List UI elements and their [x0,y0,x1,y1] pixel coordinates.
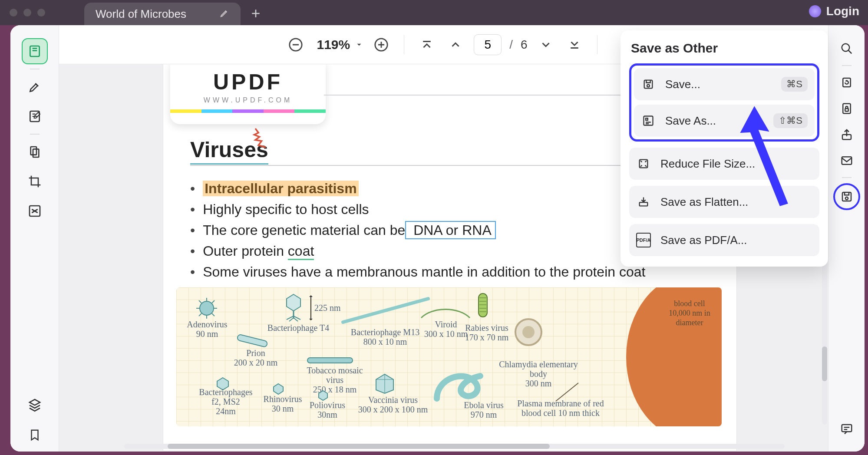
right-sidebar [828,25,865,452]
zoom-out-button[interactable] [285,34,306,55]
rabies-label: Rabies virus170 x 70 nm [459,323,515,342]
zoom-dropdown[interactable]: 119% [314,37,363,52]
sidebar-crop[interactable] [22,168,48,195]
share-icon [840,128,853,141]
tmv-label: Tobacco mosaic virus250 x 18 nm [298,366,372,394]
svg-marker-33 [309,319,313,320]
adenovirus-shape [194,295,220,321]
brand-logo: UPDF [170,69,326,95]
boxed-annotation[interactable]: DNA or RNA [405,221,495,239]
svg-rect-54 [646,118,648,120]
protect-button[interactable] [835,97,858,120]
cell-label: blood cell 10,000 nm in diameter [663,299,716,327]
minimize-icon[interactable] [23,9,31,16]
next-page-button[interactable] [535,34,556,55]
sidebar-layers[interactable] [22,396,48,413]
prev-page-button[interactable] [445,34,466,55]
sidebar-organize[interactable] [22,139,48,165]
bphage-label: Bacteriophages f2, MS2 24nm [195,387,256,416]
search-button[interactable] [835,37,858,60]
sidebar-edit[interactable] [22,103,48,129]
last-page-button[interactable] [564,34,585,55]
share-button[interactable] [835,123,858,146]
convert-button[interactable] [835,71,858,94]
rabies-shape [474,291,492,321]
rhino-shape [272,383,285,394]
page-input[interactable] [474,34,502,55]
panel-title: Save as Other [631,41,818,56]
h-thumb[interactable] [168,444,550,449]
lock-file-icon [840,102,853,115]
comment-icon [840,422,853,435]
close-icon[interactable] [10,9,17,16]
separator [404,35,404,54]
opt-save[interactable]: Save... ⌘S [634,68,815,100]
bullet-list: Intracellular parasitism Highly specific… [190,178,645,282]
zoom-value: 119% [314,37,353,52]
scale-bar [307,295,315,320]
pencil-icon[interactable] [220,7,229,21]
window-controls[interactable] [0,9,45,16]
virus-diagram: blood cell 10,000 nm in diameter Adenovi… [176,287,722,426]
svg-rect-56 [640,202,648,206]
svg-line-23 [212,300,215,303]
mail-icon [840,154,853,167]
comments-button[interactable] [835,418,858,440]
shortcut: ⌘S [781,77,808,92]
svg-rect-6 [843,78,851,87]
svg-marker-44 [274,384,283,394]
plus-circle-icon [374,37,389,52]
svg-rect-8 [845,109,848,111]
zoom-in-button[interactable] [371,34,392,55]
flatten-icon [636,195,651,209]
svg-marker-32 [309,295,313,297]
sidebar-bookmark[interactable] [22,426,48,444]
svg-rect-34 [237,334,267,347]
first-page-button[interactable] [416,34,437,55]
mail-button[interactable] [835,149,858,172]
brand-url: WWW.UPDF.COM [170,96,326,104]
scale-label: 225 nm [314,303,341,313]
login-button[interactable]: Login [809,4,859,18]
brand-card: UPDF WWW.UPDF.COM [170,64,326,124]
save-other-panel: Save as Other Save... ⌘S Save As... ⇧⌘S … [620,30,828,267]
sidebar-redact[interactable] [22,198,48,224]
compress-icon [636,156,651,171]
tab-document[interactable]: World of Microbes [84,3,241,25]
sidebar-highlighter[interactable] [22,74,48,100]
svg-point-49 [522,326,535,338]
sidebar-reader[interactable] [22,38,48,64]
save-other-button[interactable] [833,183,860,210]
svg-line-24 [199,313,201,316]
opt-label: Save as Flatten... [660,195,748,209]
svg-point-5 [842,44,849,52]
tab-label: World of Microbes [96,7,186,21]
left-sidebar [10,25,59,452]
svg-point-12 [845,197,848,200]
save-as-icon [641,113,656,128]
svg-rect-13 [842,425,851,432]
rhino-label: Rhinovirus30 nm [259,394,307,413]
bullet-5: Some viruses have a membranous mantle in… [203,264,645,280]
maximize-icon[interactable] [37,9,45,16]
t4-shape [281,293,307,323]
opt-label: Save... [665,78,700,91]
opt-pdfa[interactable]: PDF/A Save as PDF/A... [629,224,819,256]
svg-line-21 [199,300,201,303]
save-icon [840,190,853,203]
new-tab-button[interactable] [250,8,261,21]
svg-line-35 [343,299,428,322]
separator [30,134,40,135]
separator [842,65,851,66]
minus-circle-icon [288,37,303,52]
tmv-shape [307,357,354,364]
plasma-label: Plasma membrane of red blood cell 10 nm … [511,399,611,418]
v-thumb[interactable] [822,346,827,381]
rotate-icon [840,76,853,89]
h-scrollbar[interactable] [124,444,785,449]
svg-rect-36 [479,293,487,317]
separator [597,35,597,54]
bullet-3-prefix: The core genetic material can be [203,222,405,238]
chevron-bottom-icon [568,38,581,51]
polio-shape [317,390,329,400]
